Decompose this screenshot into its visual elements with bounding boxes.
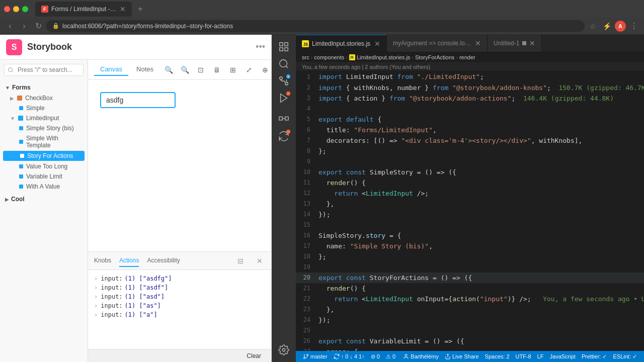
bookmark-icon[interactable]: ☆ <box>587 20 599 32</box>
storybook-menu-button[interactable]: ••• <box>256 42 265 52</box>
crop-icon[interactable]: ⊞ <box>226 63 240 77</box>
prettier-item[interactable]: Prettier: ✓ <box>579 353 610 360</box>
editor-tab-stories[interactable]: JS LimitedInput.stories.js ✕ <box>296 35 387 52</box>
forward-button[interactable]: › <box>18 20 30 32</box>
explorer-icon[interactable] <box>276 39 292 55</box>
sidebar-item-variable-limit[interactable]: Variable Limit <box>0 171 88 182</box>
action-value-3: (1) ["asd"] <box>125 293 165 300</box>
zoom-out-icon[interactable]: 🔍 <box>178 63 192 77</box>
line-content-12: return <LimitedInput />; <box>318 188 644 199</box>
spaces-label: Spaces: 2 <box>485 353 510 359</box>
panel-close-icon[interactable]: ✕ <box>254 255 265 266</box>
warnings-item[interactable]: ⚠ 0 <box>383 351 398 362</box>
breadcrumb-components[interactable]: components <box>314 54 344 60</box>
browser-tab[interactable]: F Forms / LimitedInput - Story ... ✕ <box>35 2 132 17</box>
svg-text:JS: JS <box>303 42 308 46</box>
breadcrumb-src[interactable]: src <box>302 54 309 60</box>
line-num-6: 6 <box>296 125 318 135</box>
screen-icon[interactable]: 🖥 <box>210 63 224 77</box>
extensions-sidebar-icon[interactable] <box>276 111 292 127</box>
editor-tab-myargument[interactable]: myArgument => console.log('event trigger… <box>387 35 488 52</box>
sidebar-item-with-a-value[interactable]: With A Value <box>0 182 88 192</box>
sidebar-search-input[interactable] <box>4 64 84 76</box>
sidebar-item-simple-story-bis[interactable]: Simple Story (bis) <box>0 123 88 133</box>
live-share-label: Live Share <box>452 353 479 359</box>
editor-tab-untitled[interactable]: Untitled-1 ✕ <box>488 35 542 52</box>
tab-actions[interactable]: Actions <box>119 255 139 267</box>
limitedinput-icon <box>18 116 23 121</box>
line-num-17: 17 <box>296 241 318 251</box>
breadcrumb-file[interactable]: LimitedInput.stories.js <box>357 54 410 60</box>
encoding-item[interactable]: UTF-8 <box>513 353 534 359</box>
line-content-22: return <LimitedInput onInput={action("in… <box>318 294 644 304</box>
sync-icon[interactable] <box>276 128 292 144</box>
new-tab-button[interactable]: + <box>135 4 146 15</box>
code-line-18: 18 }; <box>296 251 644 262</box>
code-line-22: 22 return <LimitedInput onInput={action(… <box>296 294 644 304</box>
copy-icon[interactable]: ⊕ <box>258 63 271 77</box>
breadcrumb-render[interactable]: render <box>459 54 475 60</box>
line-num-8: 8 <box>296 146 318 156</box>
line-num-2: 2 <box>296 82 318 93</box>
settings-icon[interactable] <box>276 342 292 358</box>
story-for-actions-label: Story For Actions <box>27 152 73 159</box>
expand-icon[interactable]: ⤢ <box>242 63 256 77</box>
variable-limit-icon <box>19 174 23 178</box>
breadcrumb-storyforactions[interactable]: StoryForActions <box>415 54 454 60</box>
with-a-value-label: With A Value <box>26 183 60 190</box>
profile-icon[interactable]: A <box>615 21 626 32</box>
git-branch-item[interactable]: master <box>300 351 331 362</box>
search-sidebar-icon[interactable] <box>276 56 292 72</box>
line-content-25 <box>318 325 644 336</box>
clear-button[interactable]: Clear <box>243 351 265 360</box>
svg-point-18 <box>304 357 305 359</box>
tab-accessibility[interactable]: Accessibility <box>147 255 180 267</box>
url-bar[interactable]: 🔒 localhost:6006/?path=/story/forms-limi… <box>46 20 585 32</box>
sync-status-item[interactable]: ↑ 0 ↓ 4 1↑ <box>331 351 368 362</box>
sidebar-item-checkbox-simple[interactable]: Simple <box>0 103 88 113</box>
demo-input[interactable] <box>100 92 176 108</box>
sidebar-item-story-for-actions[interactable]: Story For Actions <box>3 151 85 161</box>
svg-point-5 <box>280 60 287 67</box>
close-stories-tab-icon[interactable]: ✕ <box>374 40 380 48</box>
canvas-area <box>88 80 271 251</box>
reload-button[interactable]: ↻ <box>32 20 44 32</box>
tab-canvas[interactable]: Canvas <box>94 63 128 76</box>
code-line-19: 19 <box>296 262 644 273</box>
extensions-icon[interactable]: ⚡ <box>601 20 613 32</box>
menu-icon[interactable]: ⋮ <box>628 20 640 32</box>
close-myarg-tab-icon[interactable]: ✕ <box>475 39 481 47</box>
panel-collapse-icon[interactable]: ⊟ <box>235 255 246 266</box>
limitedinput-expand-icon: ▼ <box>10 116 15 121</box>
source-control-icon[interactable]: 1 <box>276 73 292 89</box>
tab-notes[interactable]: Notes <box>130 63 159 76</box>
sidebar-item-simple-with-template[interactable]: Simple With Template <box>0 133 88 150</box>
sidebar-item-value-too-long[interactable]: Value Too Long <box>0 161 88 171</box>
code-editor: 1 import LimitedInput from "./LimitedInp… <box>296 71 644 351</box>
sidebar-group-forms[interactable]: ▼ Forms <box>0 82 88 93</box>
storybook-body: ▼ Forms ▶ CheckBox Simple <box>0 60 271 362</box>
reset-zoom-icon[interactable]: ⊡ <box>194 63 208 77</box>
language-item[interactable]: JavaScript <box>547 353 579 359</box>
close-tab-icon[interactable]: ✕ <box>120 5 126 13</box>
code-line-8: 8 }; <box>296 146 644 156</box>
close-untitled-tab-icon[interactable]: ✕ <box>529 39 535 47</box>
run-icon[interactable] <box>276 90 292 106</box>
live-share-item[interactable]: Live Share <box>442 353 482 359</box>
back-button[interactable]: ‹ <box>4 20 16 32</box>
user-item[interactable]: Barthélémy <box>400 353 442 359</box>
errors-item[interactable]: ⊘ 0 <box>368 351 383 362</box>
url-text: localhost:6006/?path=/story/forms-limite… <box>62 23 233 30</box>
sidebar-category-checkbox[interactable]: ▶ CheckBox <box>0 93 88 103</box>
code-line-16: 16 SimpleStory.story = { <box>296 230 644 241</box>
svg-point-11 <box>282 348 285 351</box>
line-ending-item[interactable]: LF <box>534 353 547 359</box>
bc-sep-4: › <box>456 54 458 60</box>
eslint-item[interactable]: ESLint: ✓ <box>610 353 640 360</box>
tab-knobs[interactable]: Knobs <box>94 255 111 267</box>
spaces-item[interactable]: Spaces: 2 <box>482 353 513 359</box>
zoom-in-icon[interactable]: 🔍 <box>162 63 176 77</box>
sidebar-group-cool[interactable]: ▶ Cool <box>0 194 88 205</box>
vscode-status-bar: master ↑ 0 ↓ 4 1↑ ⊘ 0 ⚠ 0 Barthélémy <box>296 351 644 362</box>
sidebar-category-limitedinput[interactable]: ▼ LimitedInput <box>0 113 88 123</box>
